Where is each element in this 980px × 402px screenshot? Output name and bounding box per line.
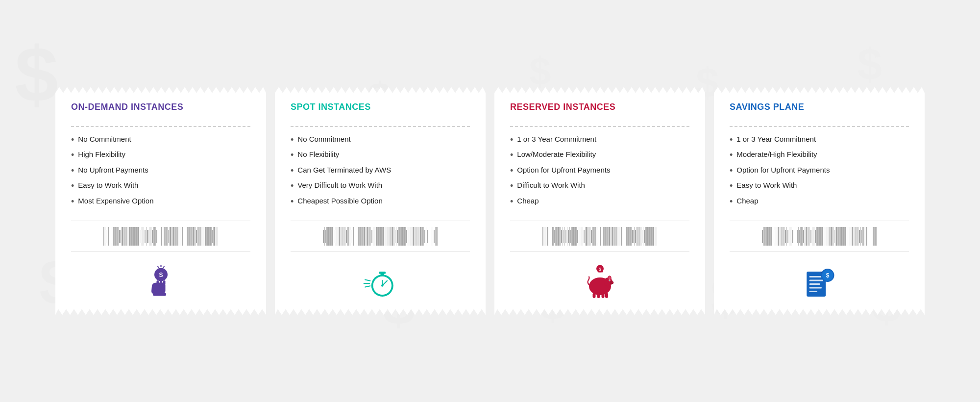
card-reserved: RESERVED INSTANCES 1 or 3 Year Commitmen…: [494, 87, 705, 315]
svg-rect-40: [809, 291, 817, 292]
svg-line-11: [365, 286, 370, 287]
svg-point-28: [612, 282, 613, 283]
divider-reserved: [510, 126, 689, 127]
savings-bullet-list: 1 or 3 Year Commitment Moderate/High Fle…: [730, 135, 909, 212]
svg-rect-5: [153, 293, 166, 296]
svg-rect-39: [809, 287, 822, 288]
barcode-lines: [542, 227, 657, 246]
divider-on-demand: [71, 126, 250, 127]
svg-point-30: [609, 280, 610, 281]
list-item: Difficult to Work With: [510, 181, 689, 192]
icon-spot: [291, 256, 470, 305]
svg-point-25: [608, 276, 611, 280]
list-item: No Upfront Payments: [71, 166, 250, 176]
list-item: Easy to Work With: [730, 181, 909, 192]
card-on-demand-title: ON-DEMAND INSTANCES: [71, 102, 250, 112]
svg-rect-34: [605, 293, 608, 298]
list-item: 1 or 3 Year Commitment: [510, 135, 689, 146]
barcode-on-demand: [71, 221, 250, 252]
card-spot-inner: SPOT INSTANCES No Commitment No Flexibil…: [275, 87, 486, 315]
svg-line-10: [365, 279, 370, 280]
card-reserved-title: RESERVED INSTANCES: [510, 102, 689, 112]
divider-spot: [291, 126, 470, 127]
list-item: Cheapest Possible Option: [291, 197, 470, 207]
list-item: No Commitment: [291, 135, 470, 146]
reserved-bullet-list: 1 or 3 Year Commitment Low/Moderate Flex…: [510, 135, 689, 212]
card-savings-title: SAVINGS PLANE: [730, 102, 909, 112]
barcode-lines: [103, 227, 218, 246]
svg-line-3: [157, 266, 158, 268]
barcode-savings: [730, 221, 909, 252]
document-coin-icon: $: [801, 264, 838, 301]
card-on-demand-inner: ON-DEMAND INSTANCES No Commitment High F…: [55, 87, 266, 315]
card-savings: SAVINGS PLANE 1 or 3 Year Commitment Mod…: [714, 87, 925, 315]
svg-rect-37: [809, 279, 823, 281]
card-savings-inner: SAVINGS PLANE 1 or 3 Year Commitment Mod…: [714, 87, 925, 315]
list-item: Cheap: [730, 197, 909, 207]
svg-rect-8: [163, 280, 166, 285]
card-spot: SPOT INSTANCES No Commitment No Flexibil…: [275, 87, 486, 315]
icon-savings: $: [730, 256, 909, 305]
svg-rect-33: [601, 294, 604, 298]
list-item: Easy to Work With: [71, 181, 250, 192]
svg-rect-6: [156, 280, 159, 286]
list-item: No Commitment: [71, 135, 250, 146]
card-on-demand: ON-DEMAND INSTANCES No Commitment High F…: [55, 87, 266, 315]
card-spot-title: SPOT INSTANCES: [291, 102, 470, 112]
svg-line-4: [163, 266, 164, 268]
spot-bullet-list: No Commitment No Flexibility Can Get Ter…: [291, 135, 470, 212]
cards-container: ON-DEMAND INSTANCES No Commitment High F…: [26, 73, 954, 330]
svg-rect-32: [597, 294, 600, 298]
svg-rect-7: [160, 279, 162, 285]
list-item: Can Get Terminated by AWS: [291, 166, 470, 176]
on-demand-bullet-list: No Commitment High Flexibility No Upfron…: [71, 135, 250, 212]
svg-text:$: $: [598, 267, 601, 272]
divider-savings: [730, 126, 909, 127]
piggy-bank-icon: $: [582, 264, 618, 301]
stopwatch-icon: [362, 264, 399, 301]
list-item: Cheap: [510, 197, 689, 207]
svg-rect-17: [379, 272, 386, 274]
list-item: Moderate/High Flexibility: [730, 150, 909, 161]
icon-reserved: $: [510, 256, 689, 305]
hand-coin-icon: $: [143, 264, 179, 301]
barcode-lines: [762, 227, 877, 246]
list-item: Low/Moderate Flexibility: [510, 150, 689, 161]
icon-on-demand: $: [71, 256, 250, 305]
list-item: No Flexibility: [291, 150, 470, 161]
list-item: 1 or 3 Year Commitment: [730, 135, 909, 146]
list-item: Very Difficult to Work With: [291, 181, 470, 192]
barcode-lines: [323, 227, 438, 246]
barcode-reserved: [510, 221, 689, 252]
list-item: Option for Upfront Payments: [730, 166, 909, 176]
svg-point-18: [381, 284, 384, 287]
barcode-spot: [291, 221, 470, 252]
svg-text:$: $: [826, 272, 829, 279]
svg-rect-31: [592, 293, 595, 298]
svg-point-27: [611, 282, 612, 283]
svg-point-26: [610, 281, 613, 284]
card-reserved-inner: RESERVED INSTANCES 1 or 3 Year Commitmen…: [494, 87, 705, 315]
list-item: High Flexibility: [71, 150, 250, 161]
svg-text:$: $: [159, 271, 163, 278]
svg-rect-38: [809, 283, 820, 285]
list-item: Option for Upfront Payments: [510, 166, 689, 176]
list-item: Most Expensive Option: [71, 197, 250, 207]
